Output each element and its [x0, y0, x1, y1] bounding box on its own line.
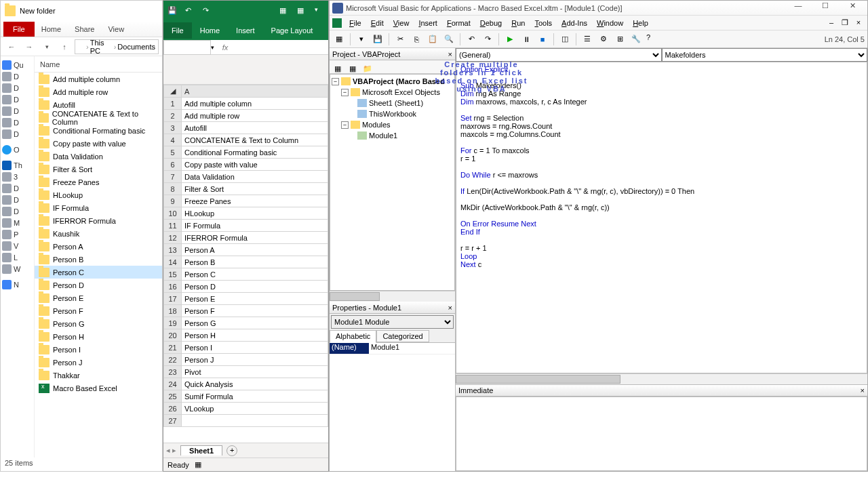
spreadsheet-grid[interactable]: ◢A 1Add multiple column2Add multiple row… [163, 85, 328, 443]
row-header[interactable]: 15 [164, 268, 182, 281]
folder-row[interactable]: Conditional Formating basic [35, 124, 162, 137]
copy-button[interactable]: ⎘ [410, 33, 423, 46]
row-header[interactable]: 3 [164, 122, 182, 134]
nav-up-button[interactable]: ↑ [57, 39, 72, 54]
new-sheet-button[interactable]: + [226, 445, 237, 456]
close-icon[interactable]: × [448, 304, 452, 312]
help-button[interactable]: ? [646, 33, 659, 46]
collapse-icon[interactable]: − [341, 89, 349, 96]
project-explorer-title[interactable]: Project - VBAProject× [330, 48, 455, 60]
project-tree[interactable]: −VBAProject (Macro Based −Microsoft Exce… [330, 74, 455, 291]
ribbon-tab-share[interactable]: Share [68, 25, 101, 33]
close-button[interactable]: ✕ [840, 1, 865, 15]
row-header[interactable]: 13 [164, 244, 182, 256]
folder-row[interactable]: CONCATENATE & Text to Column [35, 111, 162, 124]
cell[interactable]: Person A [182, 244, 328, 256]
find-button[interactable]: 🔍 [442, 33, 456, 46]
menu-window[interactable]: Window [592, 19, 628, 27]
folder-row[interactable]: Copy paste with value [35, 137, 162, 150]
cell[interactable]: Person H [182, 329, 328, 342]
select-all-corner[interactable]: ◢ [164, 85, 182, 98]
menu-debug[interactable]: Debug [475, 19, 507, 27]
explorer-file-list[interactable]: Name Add multiple columnAdd multiple row… [35, 56, 162, 458]
folder-row[interactable]: Person F [35, 304, 162, 317]
cell[interactable]: Quick Analysis [182, 378, 328, 390]
menu-format[interactable]: Format [442, 19, 475, 27]
row-header[interactable]: 23 [164, 366, 182, 378]
maximize-button[interactable]: ☐ [813, 1, 837, 15]
folder-row[interactable]: Thakkar [35, 369, 162, 382]
row-header[interactable]: 25 [164, 390, 182, 403]
view-object-button[interactable]: ▦ [346, 62, 359, 75]
row-header[interactable]: 20 [164, 329, 182, 342]
prop-tab-alphabetic[interactable]: Alphabetic [330, 330, 376, 343]
folder-row[interactable]: IFERROR Formula [35, 214, 162, 227]
ribbon-tab-view[interactable]: View [101, 25, 131, 33]
cell[interactable]: IF Formula [182, 220, 328, 232]
cell[interactable]: Person I [182, 342, 328, 354]
code-editor[interactable]: Option Explicit Sub Makefolders()Dim rng… [456, 62, 867, 373]
nav-item[interactable]: D [2, 182, 33, 194]
row-header[interactable]: 9 [164, 195, 182, 207]
row-header[interactable]: 7 [164, 171, 182, 183]
qat-more-icon[interactable]: ▾ [315, 6, 324, 16]
name-box[interactable] [163, 40, 211, 55]
explorer-nav-pane[interactable]: QuDDDDDDOTh3DDDMPVLWN [1, 56, 35, 458]
cell[interactable]: Person F [182, 305, 328, 317]
object-browser-button[interactable]: ⊞ [613, 33, 627, 46]
cell[interactable]: Filter & Sort [182, 183, 328, 195]
folder-row[interactable]: Person J [35, 356, 162, 369]
cell[interactable]: Freeze Panes [182, 195, 328, 207]
nav-item[interactable]: W [2, 263, 33, 274]
folder-row[interactable]: Person A [35, 240, 162, 253]
row-header[interactable]: 10 [164, 207, 182, 220]
qat-icon[interactable]: ▦ [297, 6, 307, 16]
cell[interactable]: Person B [182, 256, 328, 268]
design-mode-button[interactable]: ◫ [558, 33, 572, 46]
immediate-title[interactable]: Immediate× [456, 384, 867, 396]
paste-button[interactable]: 📋 [426, 33, 439, 46]
cell[interactable]: Person D [182, 281, 328, 293]
ribbon-tab-pagelayout[interactable]: Page Layout [263, 22, 321, 39]
redo-icon[interactable]: ↷ [203, 6, 212, 16]
nav-item[interactable]: 3 [2, 171, 33, 182]
folder-row[interactable]: Person B [35, 253, 162, 266]
collapse-icon[interactable]: − [341, 121, 349, 129]
cell[interactable]: VLookup [182, 403, 328, 415]
ribbon-file-tab[interactable]: File [163, 22, 192, 39]
nav-item[interactable]: D [2, 117, 33, 128]
ribbon-tab-home[interactable]: Home [192, 22, 228, 39]
nav-item[interactable]: M [2, 217, 33, 228]
menu-run[interactable]: Run [507, 19, 530, 27]
folder-row[interactable]: Person C [35, 266, 162, 279]
nav-fwd-button[interactable]: → [22, 39, 37, 54]
close-icon[interactable]: × [861, 386, 865, 394]
address-bar[interactable]: › This PC › Documents [75, 39, 159, 54]
folder-row[interactable]: Freeze Panes [35, 176, 162, 188]
cell[interactable]: Data Validation [182, 171, 328, 183]
nav-item[interactable]: D [2, 105, 33, 117]
folder-row[interactable]: Data Validation [35, 150, 162, 163]
row-header[interactable]: 18 [164, 305, 182, 317]
save-button[interactable]: 💾 [371, 33, 384, 46]
folder-row[interactable]: IF Formula [35, 201, 162, 214]
folder-row[interactable]: Add multiple row [35, 85, 162, 98]
insert-button[interactable]: ▾ [355, 33, 368, 46]
nav-item[interactable]: Th [2, 159, 33, 171]
collapse-icon[interactable]: − [332, 78, 339, 85]
breadcrumb[interactable]: This PC [90, 39, 113, 54]
menu-view[interactable]: View [389, 19, 414, 27]
row-header[interactable]: 19 [164, 317, 182, 329]
column-header-name[interactable]: Name [35, 56, 162, 73]
row-header[interactable]: 24 [164, 378, 182, 390]
cut-button[interactable]: ✂ [393, 33, 407, 46]
properties-button[interactable]: ⚙ [597, 33, 610, 46]
property-row[interactable]: (Name) Module1 [330, 343, 455, 354]
code-hscroll[interactable] [456, 373, 867, 384]
excel-return-icon[interactable] [332, 18, 342, 28]
cell[interactable]: Person C [182, 268, 328, 281]
row-header[interactable]: 14 [164, 256, 182, 268]
cell[interactable]: CONCATENATE & Text to Column [182, 134, 328, 146]
cell[interactable]: Autofill [182, 122, 328, 134]
cell[interactable]: HLookup [182, 207, 328, 220]
